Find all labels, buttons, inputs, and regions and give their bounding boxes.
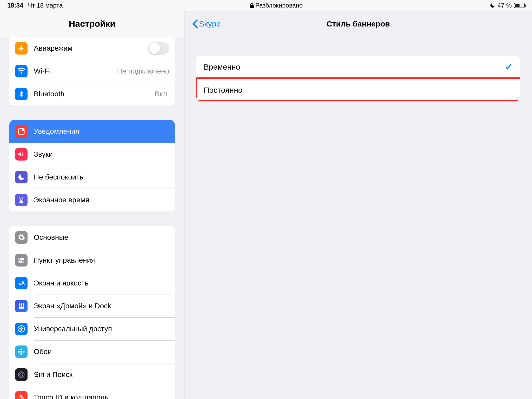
row-touchid[interactable]: Touch ID и код-пароль [9,386,175,399]
settings-sidebar: Настройки Авиарежим Wi-Fi Не подключено [0,11,184,399]
row-label: Универсальный доступ [34,325,169,333]
row-label: Экран «Домой» и Dock [34,302,169,310]
svg-point-23 [20,373,23,376]
row-label: Обои [34,348,169,356]
row-label: Экран и яркость [34,279,169,287]
svg-rect-9 [21,303,22,305]
svg-point-1 [22,129,24,131]
svg-point-22 [18,372,24,378]
detail-header: Skype Стиль баннеров [184,11,532,37]
svg-rect-14 [19,307,24,309]
detail-panel: Skype Стиль баннеров Временно ✓ Постоянн… [184,11,532,399]
lock-icon [250,3,254,8]
status-date: Чт 18 марта [28,2,63,9]
row-label: Wi-Fi [34,67,117,75]
row-notifications[interactable]: Уведомления [9,120,175,143]
svg-rect-11 [19,305,20,307]
svg-point-5 [22,261,24,262]
svg-rect-13 [23,305,24,307]
sidebar-scroll[interactable]: Авиарежим Wi-Fi Не подключено Bluetooth … [0,37,184,399]
moon-icon [15,171,28,183]
sidebar-title: Настройки [69,19,115,29]
settings-group-connectivity: Авиарежим Wi-Fi Не подключено Bluetooth … [9,37,175,105]
fingerprint-icon [15,391,28,399]
row-label: Пункт управления [34,256,169,264]
svg-point-20 [18,351,20,353]
row-wifi[interactable]: Wi-Fi Не подключено [9,60,175,83]
detail-title: Стиль баннеров [184,19,532,28]
option-label: Временно [204,63,240,71]
option-temporary[interactable]: Временно ✓ [196,56,520,78]
row-label: Звуки [34,150,169,158]
toggles-icon [15,254,28,267]
settings-group-general: Основные Пункт управления AA Экран и ярк… [9,226,175,399]
wifi-icon [15,65,28,77]
row-siri[interactable]: Siri и Поиск [9,363,175,386]
option-label: Постоянно [204,86,242,95]
gear-icon [15,231,28,244]
row-airplane-mode[interactable]: Авиарежим [9,37,175,60]
row-home-screen[interactable]: Экран «Домой» и Dock [9,295,175,317]
row-wallpaper[interactable]: Обои [9,340,175,363]
row-dnd[interactable]: Не беспокоить [9,166,175,189]
svg-rect-8 [19,303,20,305]
battery-text: 47 % [497,2,512,9]
notifications-icon [15,125,28,138]
back-button[interactable]: Skype [192,19,221,29]
status-center: Разблокировано [63,2,490,9]
status-right: 47 % [490,2,525,9]
svg-point-16 [21,327,22,328]
status-bar: 18:34 Чт 18 марта Разблокировано 47 % [0,0,532,11]
chevron-left-icon [192,19,198,29]
status-time: 18:34 [7,2,23,9]
row-accessibility[interactable]: Универсальный доступ [9,317,175,340]
row-label: Основные [34,233,169,242]
svg-point-17 [20,351,22,353]
svg-point-21 [23,351,25,353]
row-display[interactable]: AA Экран и яркость [9,272,175,295]
airplane-icon [15,42,28,55]
option-persistent[interactable]: Постоянно [196,78,520,101]
siri-icon [15,368,28,381]
sounds-icon [15,148,28,161]
row-label: Уведомления [34,127,169,136]
row-sounds[interactable]: Звуки [9,143,175,166]
lock-text: Разблокировано [255,2,303,9]
grid-icon [15,300,28,312]
settings-group-notifications: Уведомления Звуки Не беспокоить Экранное… [9,120,175,211]
svg-point-18 [20,349,22,351]
row-value: Не подключено [117,67,169,75]
row-label: Touch ID и код-пароль [34,393,169,399]
row-control-center[interactable]: Пункт управления [9,249,175,272]
airplane-toggle[interactable] [148,42,169,55]
row-general[interactable]: Основные [9,226,175,249]
detail-body: Временно ✓ Постоянно [184,37,532,120]
status-left: 18:34 Чт 18 марта [7,2,63,9]
row-label: Bluetooth [34,90,155,98]
flower-icon [15,345,28,358]
row-value: Вкл. [155,90,169,98]
row-label: Авиарежим [34,44,148,52]
bluetooth-icon [15,88,28,100]
accessibility-icon [15,323,28,335]
banner-style-options: Временно ✓ Постоянно [196,56,520,101]
row-label: Siri и Поиск [34,370,169,379]
hourglass-icon [15,194,28,206]
svg-point-3 [19,258,20,260]
sidebar-header: Настройки [0,11,184,37]
svg-text:A: A [21,280,25,287]
row-bluetooth[interactable]: Bluetooth Вкл. [9,83,175,105]
row-screentime[interactable]: Экранное время [9,189,175,211]
back-label: Skype [199,19,221,28]
svg-rect-12 [21,305,22,307]
svg-point-19 [20,353,22,355]
checkmark-icon: ✓ [505,62,513,72]
moon-icon [490,3,495,8]
row-label: Не беспокоить [34,173,169,181]
svg-rect-10 [23,303,24,305]
battery-icon [514,3,525,8]
row-label: Экранное время [34,196,169,204]
text-size-icon: AA [15,277,28,289]
